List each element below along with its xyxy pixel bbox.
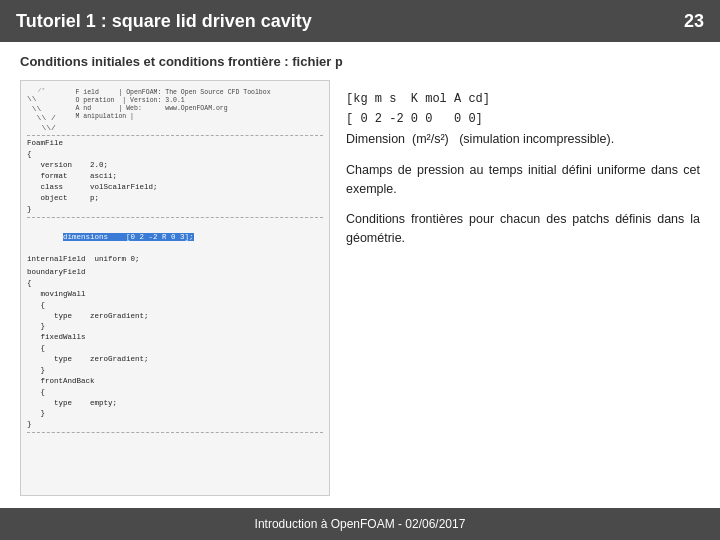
code-boundary-label: boundaryField	[27, 267, 323, 278]
code-fixed-walls-type: type zeroGradient;	[27, 354, 323, 365]
code-object: object p;	[27, 193, 323, 204]
champs-description: Champs de pression au temps initial défi…	[346, 161, 700, 199]
info-field: F ield | OpenFOAM: The Open Source CFD T…	[64, 89, 271, 96]
content-area: /* \\ \\ \\ / \\/ F ield | OpenFOAM: The…	[20, 80, 700, 496]
info-and: A nd | Web: www.OpenFOAM.org	[64, 105, 271, 112]
code-fixed-walls-brace: {	[27, 343, 323, 354]
openfoam-info: F ield | OpenFOAM: The Open Source CFD T…	[64, 87, 271, 132]
code-version: version 2.0;	[27, 160, 323, 171]
code-format: format ascii;	[27, 171, 323, 182]
code-fixed-walls: fixedWalls	[27, 332, 323, 343]
main-content: Conditions initiales et conditions front…	[0, 42, 720, 508]
code-brace-open: {	[27, 149, 323, 160]
info-operation: O peration | Version: 3.0.1	[64, 97, 271, 104]
code-moving-wall-type: type zeroGradient;	[27, 311, 323, 322]
dim-line-1: [kg m s K mol A cd]	[346, 90, 700, 108]
code-foamfile-open: FoamFile	[27, 138, 323, 149]
code-boundary-open: {	[27, 278, 323, 289]
code-front-back-brace: {	[27, 387, 323, 398]
separator-1	[27, 135, 323, 136]
conditions-description: Conditions frontières pour chacun des pa…	[346, 210, 700, 248]
code-logo-area: /* \\ \\ \\ / \\/ F ield | OpenFOAM: The…	[27, 87, 323, 132]
code-moving-wall: movingWall	[27, 289, 323, 300]
conditions-block: Conditions frontières pour chacun des pa…	[346, 210, 700, 248]
dim-line-2: [ 0 2 -2 0 0 0 0]	[346, 110, 700, 128]
code-brace-close: }	[27, 204, 323, 215]
code-internal-field: internalField uniform 0;	[27, 254, 323, 265]
code-front-back-type: type empty;	[27, 398, 323, 409]
champs-block: Champs de pression au temps initial défi…	[346, 161, 700, 199]
info-manipulation: M anipulation |	[64, 113, 271, 120]
code-moving-wall-brace: {	[27, 300, 323, 311]
subtitle: Conditions initiales et conditions front…	[20, 54, 700, 70]
subtitle-filename: p	[335, 55, 343, 70]
subtitle-text: Conditions initiales et conditions front…	[20, 54, 335, 69]
code-front-back: frontAndBack	[27, 376, 323, 387]
dim-description: Dimension (m²/s²) (simulation incompress…	[346, 130, 700, 149]
text-panel: [kg m s K mol A cd] [ 0 2 -2 0 0 0 0] Di…	[346, 80, 700, 496]
code-front-back-close: }	[27, 408, 323, 419]
footer-label: Introduction à OpenFOAM - 02/06/2017	[255, 517, 466, 531]
code-dimensions: dimensions [0 2 -2 R 0 3];	[27, 222, 323, 255]
code-class: class volScalarField;	[27, 182, 323, 193]
code-boundary-close: }	[27, 419, 323, 430]
dimension-highlight: dimensions [0 2 -2 R 0 3];	[63, 233, 194, 241]
separator-3	[27, 432, 323, 433]
code-fixed-walls-close: }	[27, 365, 323, 376]
code-panel: /* \\ \\ \\ / \\/ F ield | OpenFOAM: The…	[20, 80, 330, 496]
footer: Introduction à OpenFOAM - 02/06/2017	[0, 508, 720, 540]
separator-2	[27, 217, 323, 218]
openfoam-logo: /* \\ \\ \\ / \\/	[27, 87, 56, 132]
code-moving-wall-close: }	[27, 321, 323, 332]
slide-number: 23	[684, 11, 704, 32]
dimensions-block: [kg m s K mol A cd] [ 0 2 -2 0 0 0 0] Di…	[346, 90, 700, 149]
page-title: Tutoriel 1 : square lid driven cavity	[16, 11, 312, 32]
header: Tutoriel 1 : square lid driven cavity 23	[0, 0, 720, 42]
